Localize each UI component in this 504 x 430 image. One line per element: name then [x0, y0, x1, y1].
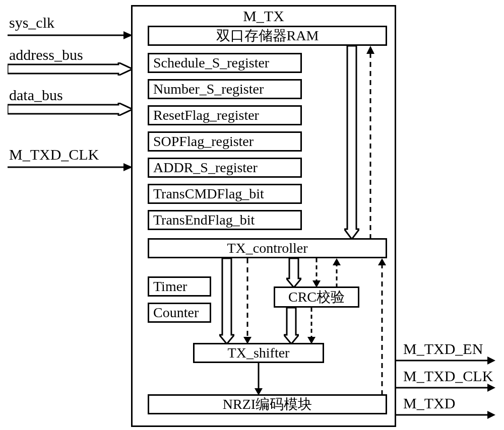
svg-marker-9 — [286, 258, 301, 288]
arrow-crc-to-shifter — [284, 308, 299, 344]
svg-marker-6 — [344, 46, 359, 239]
svg-marker-21 — [255, 388, 263, 395]
svg-marker-11 — [312, 280, 321, 288]
arrow-nrzi-to-controller-dashed — [377, 258, 387, 395]
svg-marker-27 — [487, 384, 495, 392]
block-schedule: Schedule_S_register — [148, 53, 302, 73]
input-address-bus: address_bus — [9, 46, 83, 63]
arrow-m-txd-clk-in — [8, 163, 133, 171]
block-timer: Timer — [148, 276, 211, 297]
block-controller: TX_controller — [148, 238, 387, 258]
svg-marker-23 — [378, 258, 386, 265]
svg-marker-19 — [307, 337, 316, 344]
input-data-bus: data_bus — [9, 87, 63, 104]
block-nrzi: NRZI编码模块 — [148, 394, 387, 414]
svg-marker-2 — [8, 62, 133, 76]
svg-marker-29 — [487, 411, 495, 419]
svg-marker-25 — [487, 356, 495, 365]
arrow-ram-to-controller — [344, 46, 359, 239]
block-transcmd: TransCMDFlag_bit — [148, 184, 302, 204]
block-resetflag: ResetFlag_register — [148, 105, 302, 125]
block-title: M_TX — [243, 8, 284, 25]
arrow-controller-to-shifter-left — [219, 258, 234, 344]
output-m-txd-en: M_TXD_EN — [403, 340, 483, 357]
mtx-container: M_TX 双口存储器RAM Schedule_S_register Number… — [131, 5, 396, 427]
block-transend: TransEndFlag_bit — [148, 210, 302, 230]
arrow-address-bus — [8, 62, 133, 76]
arrow-controller-to-crc — [286, 258, 301, 288]
arrow-data-bus — [8, 103, 133, 116]
block-crc: CRC校验 — [274, 286, 359, 308]
arrow-controller-crc-dashed-down — [311, 258, 322, 288]
arrow-shifter-to-nrzi — [254, 363, 264, 395]
svg-marker-17 — [284, 308, 299, 344]
svg-marker-8 — [366, 46, 374, 54]
arrow-m-txd-en — [395, 356, 495, 365]
block-number: Number_S_register — [148, 79, 302, 99]
output-m-txd: M_TXD — [403, 395, 455, 412]
block-addr: ADDR_S_register — [148, 158, 302, 178]
arrow-m-txd — [395, 411, 495, 419]
block-ram: 双口存储器RAM — [148, 26, 387, 46]
block-counter: Counter — [148, 303, 211, 323]
input-sys-clk: sys_clk — [9, 14, 54, 31]
block-shifter: TX_shifter — [193, 343, 324, 363]
arrow-sys-clk — [8, 31, 133, 39]
arrow-crc-shifter-dashed — [306, 308, 317, 344]
block-sopflag: SOPFlag_register — [148, 131, 302, 152]
arrow-crc-controller-dashed-up — [332, 258, 342, 288]
output-m-txd-clk: M_TXD_CLK — [403, 368, 493, 385]
svg-marker-14 — [219, 258, 234, 344]
input-m-txd-clk: M_TXD_CLK — [9, 146, 99, 163]
arrow-m-txd-clk-out — [395, 384, 495, 392]
svg-marker-13 — [333, 258, 341, 265]
svg-marker-3 — [8, 103, 133, 116]
arrow-controller-shifter-dashed — [242, 258, 253, 344]
arrow-controller-to-ram-dashed — [365, 46, 375, 239]
svg-marker-16 — [243, 337, 251, 344]
